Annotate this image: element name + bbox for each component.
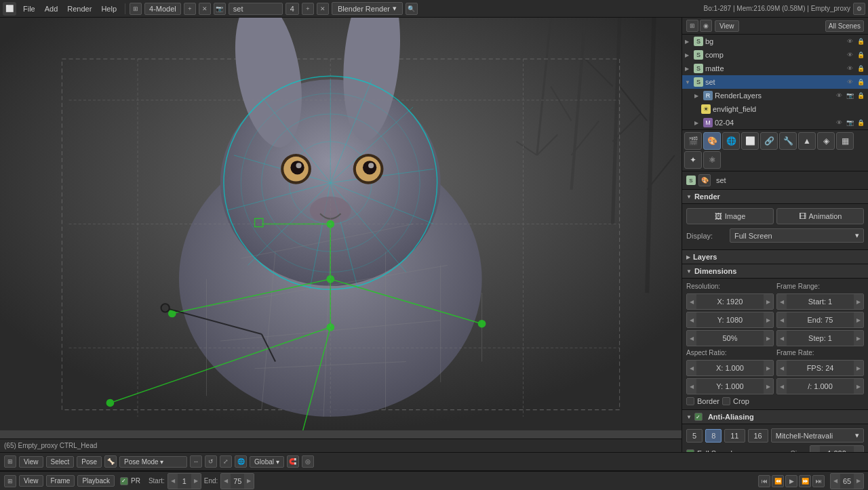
vis-lock-comp[interactable]: 🔒 bbox=[856, 50, 865, 60]
res-pct-field[interactable]: ◀ 50% ▶ bbox=[686, 330, 774, 346]
global-orient-icon[interactable]: 🌐 bbox=[235, 455, 247, 468]
aspect-y-field[interactable]: ◀ Y: 1.000 ▶ bbox=[686, 378, 774, 394]
next-frame-btn[interactable]: ⏩ bbox=[799, 475, 811, 487]
aspect-y-dec[interactable]: ◀ bbox=[687, 379, 696, 394]
vis-eye-matte[interactable]: 👁 bbox=[845, 64, 854, 73]
scene-selector[interactable]: All Scenes bbox=[825, 20, 864, 32]
cur-frame-inc[interactable]: ▶ bbox=[854, 474, 863, 489]
mode-view-icon[interactable]: ⊞ bbox=[4, 455, 16, 468]
scene-prop-icon[interactable]: 🎨 bbox=[698, 174, 711, 186]
res-x-inc[interactable]: ▶ bbox=[764, 294, 773, 309]
transform-rot-btn[interactable]: ↺ bbox=[205, 455, 217, 468]
res-pct-inc[interactable]: ▶ bbox=[764, 331, 773, 346]
menu-file[interactable]: File bbox=[19, 3, 39, 14]
dimensions-section-header[interactable]: ▼ Dimensions bbox=[682, 264, 868, 279]
cur-frame-dec[interactable]: ◀ bbox=[831, 474, 840, 489]
frame-start-dec[interactable]: ◀ bbox=[777, 294, 787, 309]
editor-icon[interactable]: ⊞ bbox=[130, 3, 142, 15]
vis-eye-comp[interactable]: 👁 bbox=[845, 50, 854, 60]
border-checkbox[interactable] bbox=[686, 397, 694, 405]
vis-lock-matte[interactable]: 🔒 bbox=[856, 64, 865, 73]
jump-start-btn[interactable]: ⏮ bbox=[758, 475, 770, 487]
prop-scene-icon[interactable]: 🎨 bbox=[703, 132, 721, 150]
remove-area-btn[interactable]: ✕ bbox=[199, 3, 211, 15]
aa-val-16[interactable]: 16 bbox=[748, 429, 768, 443]
settings-btn[interactable]: ⚙ bbox=[853, 3, 865, 15]
aa-enabled-checkbox[interactable]: ✓ bbox=[694, 413, 703, 421]
current-frame-field[interactable]: ◀ 65 ▶ bbox=[830, 473, 864, 489]
outliner-icon-2[interactable]: ◉ bbox=[700, 20, 712, 32]
fps-inc[interactable]: ▶ bbox=[854, 361, 863, 375]
proportional-icon[interactable]: ◎ bbox=[302, 455, 314, 468]
vis-lock-0204[interactable]: 🔒 bbox=[856, 118, 865, 127]
vis-cam-0204[interactable]: 📷 bbox=[845, 118, 854, 127]
timeline-end-field[interactable]: ◀ 75 ▶ bbox=[220, 473, 254, 489]
display-dropdown[interactable]: Full Screen ▾ bbox=[730, 228, 864, 243]
aspect-x-inc[interactable]: ▶ bbox=[764, 361, 773, 375]
tree-item-envlight[interactable]: ☀ envlight_field bbox=[682, 102, 868, 116]
prop-texture-icon[interactable]: ▦ bbox=[836, 132, 854, 150]
res-y-field[interactable]: ◀ Y: 1080 ▶ bbox=[686, 312, 774, 328]
vis-lock-rl[interactable]: 🔒 bbox=[856, 91, 865, 100]
mode-select-btn[interactable]: Select bbox=[46, 456, 75, 468]
tree-item-renderlayers[interactable]: ▶ R RenderLayers 👁 📷 🔒 bbox=[682, 89, 868, 102]
frame-start-inc[interactable]: ▶ bbox=[854, 294, 863, 309]
tree-item-comp[interactable]: ▶ S comp 👁 🔒 bbox=[682, 48, 868, 62]
aa-val-11[interactable]: 11 bbox=[724, 429, 745, 443]
prop-physics-icon[interactable]: ⚛ bbox=[703, 151, 721, 169]
prop-data-icon[interactable]: ▲ bbox=[798, 132, 816, 150]
frame-end-dec[interactable]: ◀ bbox=[777, 312, 787, 327]
fps-ratio-field[interactable]: ◀ /: 1.000 ▶ bbox=[776, 378, 864, 394]
menu-help[interactable]: Help bbox=[97, 3, 121, 14]
frame-step-field[interactable]: ◀ Step: 1 ▶ bbox=[776, 330, 864, 346]
aa-section-header[interactable]: ▼ ✓ Anti-Aliasing bbox=[682, 410, 868, 424]
res-x-dec[interactable]: ◀ bbox=[687, 294, 696, 309]
res-x-field[interactable]: ◀ X: 1920 ▶ bbox=[686, 293, 774, 310]
render-engine[interactable]: Blender Render ▾ bbox=[332, 2, 403, 15]
vis-lock-set[interactable]: 🔒 bbox=[856, 77, 865, 87]
global-orient-btn[interactable]: Global ▾ bbox=[250, 456, 284, 468]
res-y-dec[interactable]: ◀ bbox=[687, 312, 696, 327]
prop-world-icon[interactable]: 🌐 bbox=[722, 132, 740, 150]
tl-start-dec[interactable]: ◀ bbox=[168, 474, 178, 489]
aa-method-dropdown[interactable]: Mitchell-Netravali ▾ bbox=[771, 428, 864, 443]
render-section-header[interactable]: ▼ Render bbox=[682, 190, 868, 204]
full-sample-checkbox[interactable]: ✓ bbox=[686, 449, 694, 452]
prop-object-icon[interactable]: ⬜ bbox=[741, 132, 759, 150]
mode-pose-btn[interactable]: Pose bbox=[77, 456, 102, 468]
size-dec[interactable]: ◀ bbox=[810, 446, 820, 452]
frame-step-inc[interactable]: ▶ bbox=[854, 331, 863, 346]
aspect-y-inc[interactable]: ▶ bbox=[764, 379, 773, 394]
frame-count[interactable]: 4 bbox=[285, 3, 299, 15]
size-inc[interactable]: ▶ bbox=[854, 446, 863, 452]
prop-material-icon[interactable]: ◈ bbox=[817, 132, 835, 150]
pr-checkbox[interactable]: ✓ bbox=[120, 477, 128, 485]
prev-frame-btn[interactable]: ⏪ bbox=[772, 475, 784, 487]
prop-particle-icon[interactable]: ✦ bbox=[684, 151, 702, 169]
remove-scene-btn[interactable]: ✕ bbox=[317, 3, 329, 15]
viewport[interactable]: Camera Persp bbox=[0, 18, 682, 452]
vis-eye-0204[interactable]: 👁 bbox=[834, 118, 844, 127]
tree-item-bg[interactable]: ▶ S bg 👁 🔒 bbox=[682, 35, 868, 48]
res-pct-dec[interactable]: ◀ bbox=[687, 331, 696, 346]
crop-checkbox[interactable] bbox=[722, 397, 730, 405]
mode-view-btn[interactable]: View bbox=[19, 456, 43, 468]
search-btn[interactable]: 🔍 bbox=[406, 3, 418, 15]
window-icon[interactable]: ⬜ bbox=[3, 2, 16, 16]
transform-grab-btn[interactable]: ↔ bbox=[190, 455, 202, 468]
timeline-start-field[interactable]: ◀ 1 ▶ bbox=[167, 473, 201, 489]
frame-end-field[interactable]: ◀ End: 75 ▶ bbox=[776, 312, 864, 328]
fps-ratio-inc[interactable]: ▶ bbox=[854, 379, 863, 394]
tree-item-02-04[interactable]: ▶ M 02-04 👁 📷 🔒 bbox=[682, 116, 868, 129]
outliner-icon-1[interactable]: ⊞ bbox=[686, 20, 698, 32]
tl-end-dec[interactable]: ◀ bbox=[221, 474, 231, 489]
layers-section-header[interactable]: ▶ Layers bbox=[682, 250, 868, 264]
tl-start-inc[interactable]: ▶ bbox=[191, 474, 201, 489]
add-scene-btn[interactable]: + bbox=[302, 3, 314, 15]
timeline-view-btn[interactable]: View bbox=[19, 475, 43, 487]
tree-item-set[interactable]: ▼ S set 👁 🔒 bbox=[682, 75, 868, 89]
pose-mode-icon[interactable]: 🦴 bbox=[104, 455, 117, 468]
vis-eye-rl[interactable]: 👁 bbox=[834, 91, 844, 100]
snap-icon[interactable]: 🧲 bbox=[287, 455, 299, 468]
prop-modifier-icon[interactable]: 🔧 bbox=[779, 132, 797, 150]
